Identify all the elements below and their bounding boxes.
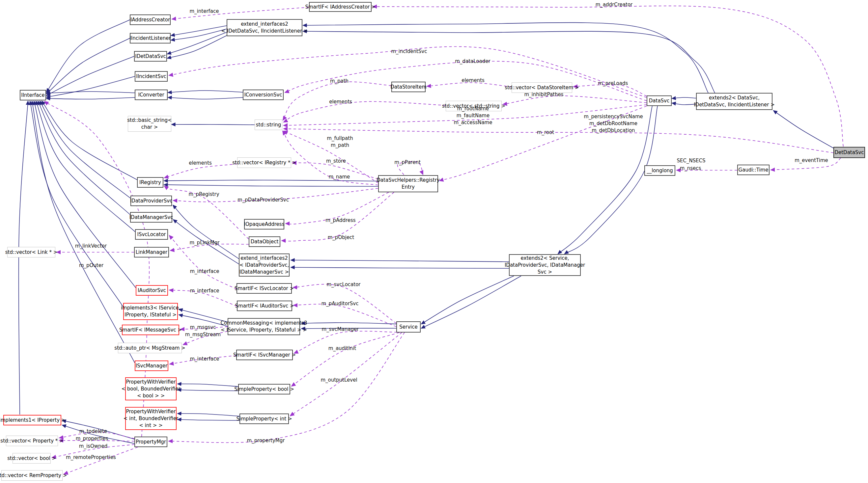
node-label: SmartIF< IAddressCreator >	[305, 4, 375, 10]
edge-label-m-interface-svcloc: m_interface	[190, 268, 219, 275]
node-smartif-isvcmanager[interactable]: SmartIF< ISvcManager >	[236, 350, 293, 360]
node-idataprovidersvc[interactable]: IDataProviderSvc	[130, 196, 172, 206]
edge-label-m-pauditorsvc: m_pAuditorSvc	[321, 300, 359, 307]
node-label: DataObject	[251, 238, 279, 245]
edge-label-m-msgstream: m_msgStream	[185, 331, 221, 338]
node-label: std::vector< bool >	[7, 455, 56, 462]
node-label: SmartIF< ISvcManager >	[233, 352, 296, 359]
node-idatamanagersvc[interactable]: IDataManagerSvc	[130, 212, 172, 223]
edge-label-line: m_name	[329, 173, 350, 181]
edge-simpleproperty-int-to-pwv-int	[178, 414, 240, 416]
node-dataobject[interactable]: DataObject	[249, 236, 280, 247]
edge-label-line: m_interface	[190, 268, 219, 275]
edge-label-m-propertymgr: m_propertyMgr	[247, 437, 285, 444]
edge-label-m-nsecs: m_nsecs	[680, 165, 701, 172]
node-isvclocator[interactable]: ISvcLocator	[135, 229, 168, 240]
edge-label-line: m_accessName	[454, 119, 493, 126]
node-label: SimpleProperty< bool >	[234, 386, 294, 393]
node-longlong[interactable]: __longlong	[644, 165, 675, 176]
node-commonmessaging[interactable]: CommonMessaging< implements3< IService, …	[228, 318, 300, 335]
edge-label-m-inhibitpathes: m_inhibitPathes	[524, 91, 563, 98]
edge-label-line: m_msgsvc	[190, 324, 216, 331]
edge-label-line: m_pAuditorSvc	[321, 300, 359, 307]
edge-extends2-datasvc-to-datasvc	[672, 97, 696, 98]
edge-extends2-datasvc-to-extend-interfaces2-det	[303, 31, 715, 93]
node-isvcmanager: ISvcManager	[135, 360, 168, 371]
node-label: Gaudi::Time	[739, 167, 769, 173]
node-vector-property: std::vector< Property * >	[6, 436, 58, 446]
edge-label-m-dataloader: m_dataLoader	[455, 58, 490, 65]
edge-isvcmanager-to-iinterface	[32, 101, 135, 363]
node-smartif-isvclocator[interactable]: SmartIF< ISvcLocator >	[237, 283, 292, 294]
node-iopaqueaddress[interactable]: IOpaqueAddress	[244, 219, 284, 229]
edge-label-m-interface-aud: m_interface	[190, 287, 219, 294]
edge-idetdatasvc-to-iinterface	[46, 56, 134, 95]
node-vector-iregistry: std::vector< IRegistry * >	[237, 157, 291, 168]
node-propertymgr[interactable]: PropertyMgr	[134, 437, 167, 447]
node-extend-interfaces2-data[interactable]: extend_interfaces2< IDataProviderSvc,IDa…	[239, 254, 289, 277]
node-smartif-iaddresscreator[interactable]: SmartIF< IAddressCreator >	[309, 2, 372, 12]
node-iaddresscreator[interactable]: IAddressCreator	[130, 14, 170, 25]
edge-label-m-plinkmgr: m_pLinkMgr	[190, 239, 220, 246]
node-label: IIncidentListener	[129, 35, 170, 42]
node-simpleproperty-int[interactable]: SimpleProperty< int >	[240, 414, 289, 424]
node-implements1: implements1< IProperty >	[3, 415, 61, 425]
edge-label-line: m_svcLocator	[327, 281, 361, 288]
node-label: < bool, BoundedVerifier	[121, 386, 180, 392]
node-label: std::vector< DataStoreItem >	[505, 84, 579, 91]
edge-label-line: m_linkVector	[75, 243, 107, 250]
edge-extends2-service-to-extend-interfaces2-data	[291, 260, 509, 262]
node-iconversionsvc[interactable]: IConversionSvc	[243, 90, 284, 100]
node-gaudi-time[interactable]: Gaudi::Time	[737, 165, 770, 175]
node-iincidentsvc[interactable]: IIncidentSvc	[135, 71, 168, 82]
node-label: SimpleProperty< int >	[237, 416, 292, 422]
node-label: LinkManager	[136, 249, 167, 256]
node-idetdatasvc[interactable]: IDetDataSvc	[134, 51, 167, 62]
edge-label-line: m_path	[327, 142, 353, 149]
node-extends2-datasvc[interactable]: extends2< DataSvc,IDetDataSvc, IIncident…	[696, 93, 772, 110]
node-extend-interfaces2-det[interactable]: extend_interfaces2< IDetDataSvc, IIncide…	[227, 19, 302, 36]
node-label: IConversionSvc	[244, 92, 282, 98]
edge-iincidentlistener-to-iinterface	[46, 38, 130, 94]
edge-extends2-datasvc-to-extend-interfaces2-det	[303, 23, 708, 93]
node-label: < IDetDataSvc, IIncidentListener >	[221, 28, 308, 35]
edge-detdatasvc-to-std-string	[284, 129, 833, 153]
node-label: DetDataSvc	[834, 149, 864, 156]
node-iinterface[interactable]: IInterface	[20, 90, 46, 100]
node-iincidentlistener[interactable]: IIncidentListener	[130, 33, 170, 43]
node-label: PropertyWithVerifier	[126, 408, 176, 415]
node-label: std::vector< Link * >	[5, 249, 58, 256]
edge-label-m-pregistry: m_pRegistry	[188, 191, 219, 198]
edge-label-line: elements	[462, 77, 485, 84]
edge-label-m-eventtime: m_eventTime	[795, 157, 828, 164]
node-label: IOpaqueAddress	[244, 221, 285, 228]
node-iconverter[interactable]: IConverter	[135, 90, 168, 100]
node-registryentry[interactable]: DataSvcHelpers::RegistryEntry	[378, 175, 438, 192]
edge-label-line: m_inhibitPathes	[524, 91, 563, 98]
node-datastoreitem[interactable]: DataStoreItem	[391, 82, 426, 92]
edge-label-line: m_eventTime	[795, 157, 828, 164]
node-label: std::basic_string<	[127, 117, 172, 124]
edge-iconverter-to-iinterface	[46, 97, 135, 99]
edge-label-m-persistency-group: m_persistencySvcNamem_detDbRootNamem_det…	[584, 113, 643, 134]
edge-label-m-outputlevel: m_outputLevel	[320, 377, 357, 384]
node-label: DataSvcHelpers::Registry	[376, 177, 439, 184]
edge-iregistry-to-iinterface	[42, 101, 137, 180]
node-simpleproperty-bool[interactable]: SimpleProperty< bool >	[238, 384, 290, 394]
node-service[interactable]: Service	[396, 321, 421, 332]
node-label: ISvcManager	[136, 362, 168, 369]
edge-label-m-auditinit: m_auditInit	[329, 345, 356, 352]
edge-idataprovidersvc-to-iinterface	[40, 101, 130, 198]
edge-iconversionsvc-to-iconverter	[168, 91, 243, 93]
edge-label-m-interface-addr: m_interface	[189, 8, 219, 15]
edge-label-line: m_path	[330, 78, 348, 85]
edge-registryentry-to-iregistry	[164, 185, 378, 186]
node-iregistry[interactable]: IRegistry	[137, 177, 163, 188]
edge-simpleproperty-bool-to-pwv-bool	[178, 390, 238, 391]
node-linkmanager[interactable]: LinkManager	[134, 247, 169, 257]
node-datasvc[interactable]: DataSvc	[647, 95, 672, 106]
node-extends2-service[interactable]: extends2< Service,IDataProviderSvc, IDat…	[509, 254, 581, 276]
node-smartif-iauditorsvc[interactable]: SmartIF< IAuditorSvc >	[237, 300, 292, 311]
edge-extend-interfaces2-det-to-idetdatasvc	[167, 32, 227, 54]
node-label: IDetDataSvc	[135, 53, 166, 60]
